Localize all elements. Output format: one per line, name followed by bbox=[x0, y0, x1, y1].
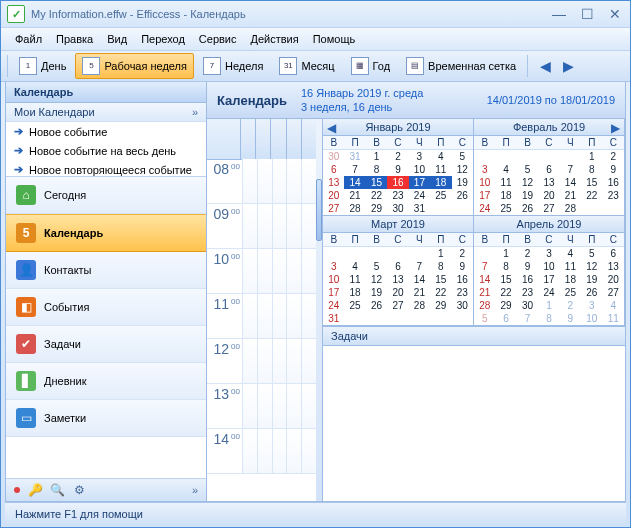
day-cell[interactable]: 25 bbox=[344, 299, 365, 312]
menu-edit[interactable]: Правка bbox=[50, 31, 99, 47]
day-cell[interactable] bbox=[409, 247, 430, 261]
nav-item-События[interactable]: ◧События bbox=[6, 289, 206, 326]
allday-row[interactable] bbox=[207, 119, 322, 160]
day-cell[interactable]: 28 bbox=[560, 202, 581, 215]
day-cell[interactable]: 12 bbox=[517, 176, 538, 189]
day-cell[interactable] bbox=[452, 312, 473, 325]
day-cell[interactable]: 5 bbox=[366, 260, 387, 273]
my-calendars-header[interactable]: Мои Календари » bbox=[6, 103, 206, 122]
day-cell[interactable]: 4 bbox=[560, 247, 581, 261]
day-cell[interactable]: 22 bbox=[495, 286, 516, 299]
day-cell[interactable]: 11 bbox=[344, 273, 365, 286]
day-cell[interactable]: 8 bbox=[581, 163, 602, 176]
day-cell[interactable]: 12 bbox=[366, 273, 387, 286]
day-cell[interactable]: 30 bbox=[452, 299, 473, 312]
day-cell[interactable]: 3 bbox=[323, 260, 344, 273]
day-cell[interactable]: 18 bbox=[560, 273, 581, 286]
day-cell[interactable] bbox=[366, 312, 387, 325]
day-cell[interactable]: 8 bbox=[430, 260, 451, 273]
day-cell[interactable]: 1 bbox=[581, 150, 602, 164]
maximize-button[interactable]: ☐ bbox=[578, 6, 596, 22]
day-cell[interactable]: 10 bbox=[474, 176, 495, 189]
day-cell[interactable]: 2 bbox=[560, 299, 581, 312]
day-cell[interactable]: 4 bbox=[430, 150, 451, 164]
day-cell[interactable]: 9 bbox=[452, 260, 473, 273]
day-cell[interactable]: 3 bbox=[581, 299, 602, 312]
day-cell[interactable]: 21 bbox=[560, 189, 581, 202]
tree-item[interactable]: ➔Новое событие bbox=[6, 122, 206, 141]
schedule-grid[interactable]: 0800090010001100120013001400 bbox=[207, 119, 323, 501]
day-cell[interactable] bbox=[387, 312, 408, 325]
day-cell[interactable]: 1 bbox=[495, 247, 516, 261]
hour-row[interactable]: 1100 bbox=[207, 294, 322, 339]
day-cell[interactable]: 22 bbox=[581, 189, 602, 202]
day-cell[interactable]: 24 bbox=[323, 299, 344, 312]
nav-prev-button[interactable]: ◀ bbox=[536, 56, 555, 76]
day-cell[interactable]: 8 bbox=[538, 312, 559, 325]
day-cell[interactable]: 13 bbox=[603, 260, 624, 273]
chevron-right-icon[interactable]: » bbox=[192, 484, 198, 496]
day-cell[interactable]: 18 bbox=[495, 189, 516, 202]
day-cell[interactable]: 23 bbox=[603, 189, 624, 202]
day-cell[interactable]: 24 bbox=[409, 189, 430, 202]
day-cell[interactable]: 7 bbox=[409, 260, 430, 273]
day-cell[interactable]: 31 bbox=[409, 202, 430, 215]
day-cell[interactable]: 5 bbox=[581, 247, 602, 261]
view-day-button[interactable]: 1День bbox=[12, 53, 73, 79]
menu-view[interactable]: Вид bbox=[101, 31, 133, 47]
day-cell[interactable]: 2 bbox=[387, 150, 408, 164]
nav-next-button[interactable]: ▶ bbox=[559, 56, 578, 76]
day-cell[interactable]: 18 bbox=[344, 286, 365, 299]
day-cell[interactable]: 25 bbox=[560, 286, 581, 299]
day-cell[interactable]: 5 bbox=[452, 150, 473, 164]
hour-row[interactable]: 1200 bbox=[207, 339, 322, 384]
day-cell[interactable]: 15 bbox=[430, 273, 451, 286]
day-cell[interactable]: 15 bbox=[581, 176, 602, 189]
day-cell[interactable]: 16 bbox=[452, 273, 473, 286]
day-cell[interactable]: 3 bbox=[409, 150, 430, 164]
day-cell[interactable]: 11 bbox=[495, 176, 516, 189]
day-cell[interactable]: 23 bbox=[387, 189, 408, 202]
day-cell[interactable]: 23 bbox=[452, 286, 473, 299]
day-cell[interactable]: 27 bbox=[387, 299, 408, 312]
prev-month-button[interactable]: ◀ bbox=[327, 121, 336, 135]
nav-item-Календарь[interactable]: 5Календарь bbox=[6, 214, 206, 252]
day-cell[interactable] bbox=[581, 202, 602, 215]
day-cell[interactable]: 30 bbox=[517, 299, 538, 312]
day-cell[interactable]: 6 bbox=[603, 247, 624, 261]
nav-item-Сегодня[interactable]: ⌂Сегодня bbox=[6, 177, 206, 214]
hour-row[interactable]: 0900 bbox=[207, 204, 322, 249]
day-cell[interactable] bbox=[495, 150, 516, 164]
close-button[interactable]: ✕ bbox=[606, 6, 624, 22]
hour-row[interactable]: 1400 bbox=[207, 429, 322, 474]
day-cell[interactable]: 4 bbox=[495, 163, 516, 176]
day-cell[interactable] bbox=[517, 150, 538, 164]
day-cell[interactable]: 3 bbox=[474, 163, 495, 176]
day-cell[interactable]: 22 bbox=[430, 286, 451, 299]
day-cell[interactable]: 11 bbox=[603, 312, 624, 325]
day-cell[interactable]: 9 bbox=[560, 312, 581, 325]
day-cell[interactable]: 17 bbox=[409, 176, 430, 189]
day-cell[interactable]: 31 bbox=[323, 312, 344, 325]
day-cell[interactable]: 21 bbox=[344, 189, 365, 202]
day-cell[interactable]: 18 bbox=[430, 176, 451, 189]
day-cell[interactable]: 13 bbox=[323, 176, 344, 189]
day-cell[interactable]: 28 bbox=[474, 299, 495, 312]
day-cell[interactable]: 7 bbox=[517, 312, 538, 325]
day-cell[interactable]: 11 bbox=[430, 163, 451, 176]
day-cell[interactable] bbox=[366, 247, 387, 261]
day-cell[interactable]: 29 bbox=[495, 299, 516, 312]
day-cell[interactable] bbox=[344, 247, 365, 261]
day-cell[interactable]: 5 bbox=[517, 163, 538, 176]
day-cell[interactable]: 22 bbox=[366, 189, 387, 202]
day-cell[interactable]: 26 bbox=[581, 286, 602, 299]
day-cell[interactable]: 26 bbox=[452, 189, 473, 202]
day-cell[interactable]: 10 bbox=[323, 273, 344, 286]
day-cell[interactable]: 15 bbox=[495, 273, 516, 286]
day-cell[interactable]: 21 bbox=[409, 286, 430, 299]
day-cell[interactable]: 6 bbox=[538, 163, 559, 176]
day-cell[interactable]: 9 bbox=[517, 260, 538, 273]
day-cell[interactable]: 7 bbox=[560, 163, 581, 176]
day-cell[interactable]: 6 bbox=[323, 163, 344, 176]
day-cell[interactable] bbox=[474, 150, 495, 164]
